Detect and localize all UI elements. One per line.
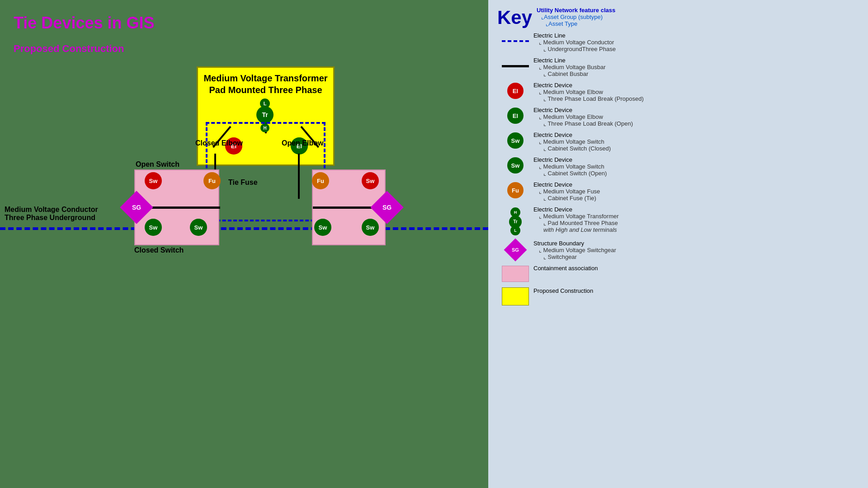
tie-fuse-label: Tie Fuse	[228, 178, 258, 187]
key-header: Key Utility Network feature class ⌞Asset…	[497, 7, 859, 28]
key-icon-fu: Fu	[497, 181, 533, 199]
key-row-el-open: El Electric Device ⌞ Medium Voltage Elbo…	[497, 107, 859, 127]
key-icon-transformer: H Tr L	[497, 206, 533, 235]
tr-circle: Tr	[256, 106, 274, 123]
key-text-electric-line-solid: Electric Line ⌞ Medium Voltage Busbar ⌞ …	[533, 57, 859, 77]
key-row-el-proposed: El Electric Device ⌞ Medium Voltage Elbo…	[497, 82, 859, 102]
sw-right-bottomleft: Sw	[314, 219, 331, 236]
key-text-fu: Electric Device ⌞ Medium Voltage Fuse ⌞ …	[533, 181, 859, 202]
dashed-line	[0, 227, 488, 230]
key-text-el-open: Electric Device ⌞ Medium Voltage Elbow ⌞…	[533, 107, 859, 127]
el-open-circle: El	[507, 108, 524, 124]
key-icon-containment	[497, 265, 533, 283]
key-icon-el-proposed: El	[497, 82, 533, 100]
el-proposed-circle: El	[507, 83, 524, 99]
key-icon-el-open: El	[497, 107, 533, 125]
left-fu-circle: Fu	[203, 172, 221, 189]
key-header-sub2: ⌞Asset Type	[537, 20, 615, 27]
key-text-containment: Containment association	[533, 265, 859, 272]
key-area: Key Utility Network feature class ⌞Asset…	[488, 0, 868, 488]
sw-open-circle: Sw	[507, 157, 524, 174]
sw-closed-circle: Sw	[507, 132, 524, 149]
right-fu-circle: Fu	[312, 172, 329, 189]
key-icon-proposed	[497, 287, 533, 305]
open-switch-label: Open Switch	[136, 160, 179, 169]
key-text-sg: Structure Boundary ⌞ Medium Voltage Swit…	[533, 240, 859, 260]
key-row-sw-open: Sw Electric Device ⌞ Medium Voltage Swit…	[497, 156, 859, 177]
key-text-sw-open: Electric Device ⌞ Medium Voltage Switch …	[533, 156, 859, 177]
right-diamond-text: SG	[382, 204, 392, 211]
yellow-box-icon	[502, 287, 529, 305]
key-icon-dashed	[497, 32, 533, 50]
transformer-box: Medium Voltage TransformerPad Mounted Th…	[197, 66, 335, 166]
solid-line-icon	[502, 65, 529, 67]
sw-bottomleft: Sw	[145, 219, 162, 236]
underground-label: Medium Voltage Conductor Three Phase Und…	[5, 206, 98, 222]
h-circle: H	[260, 123, 269, 132]
key-text-sw-closed: Electric Device ⌞ Medium Voltage Switch …	[533, 131, 859, 152]
sw-right-bottomright: Sw	[362, 219, 379, 236]
sg-diamond-text: SG	[512, 247, 519, 253]
key-title: Key	[497, 7, 532, 28]
sg-diamond-wrapper: SG	[505, 240, 525, 260]
closed-elbow-label: Closed Elbow	[195, 139, 243, 147]
key-header-main: Utility Network feature class	[537, 7, 615, 14]
fu-circle: Fu	[507, 182, 524, 198]
key-row-electric-line-solid: Electric Line ⌞ Medium Voltage Busbar ⌞ …	[497, 57, 859, 77]
key-row-transformer: H Tr L Electric Device ⌞ Medium Voltage …	[497, 206, 859, 235]
key-row-sw-closed: Sw Electric Device ⌞ Medium Voltage Swit…	[497, 131, 859, 152]
key-row-containment: Containment association	[497, 265, 859, 283]
key-header-text: Utility Network feature class ⌞Asset Gro…	[537, 7, 615, 27]
kt-tr-circle: Tr	[509, 216, 522, 228]
pink-box-icon	[502, 266, 529, 282]
key-row-proposed: Proposed Construction	[497, 287, 859, 305]
transformer-label: Medium Voltage TransformerPad Mounted Th…	[198, 68, 333, 96]
sw-right-topleft: Sw	[362, 172, 379, 189]
left-diamond-text: SG	[132, 204, 141, 211]
key-text-el-proposed: Electric Device ⌞ Medium Voltage Elbow ⌞…	[533, 82, 859, 102]
key-row-sg: SG Structure Boundary ⌞ Medium Voltage S…	[497, 240, 859, 260]
key-text-transformer: Electric Device ⌞ Medium Voltage Transfo…	[533, 206, 859, 233]
sw-bottomright-left: Sw	[190, 219, 207, 236]
main-title: Tie Devices in GIS	[14, 14, 154, 33]
transformer-stack-icon: H Tr L	[507, 207, 524, 235]
kt-h-circle: H	[510, 207, 520, 217]
underground-line	[0, 227, 488, 230]
key-row-electric-line-dashed: Electric Line ⌞ Medium Voltage Conductor…	[497, 32, 859, 52]
key-header-sub1: ⌞Asset Group (subtype)	[537, 14, 615, 20]
key-text-proposed: Proposed Construction	[533, 287, 859, 294]
key-icon-sw-open: Sw	[497, 156, 533, 174]
key-text-electric-line-dashed: Electric Line ⌞ Medium Voltage Conductor…	[533, 32, 859, 52]
closed-switch-label: Closed Switch	[134, 246, 184, 254]
sub-title: Proposed Construction	[14, 43, 124, 55]
open-elbow-label: Open Elbow	[282, 139, 323, 147]
diagram-area: Tie Devices in GIS Proposed Construction…	[0, 0, 488, 488]
sg-diamond-icon: SG	[504, 239, 527, 262]
right-vertical-line	[298, 154, 300, 199]
key-icon-sg: SG	[497, 240, 533, 260]
key-icon-solid	[497, 57, 533, 75]
key-icon-sw-closed: Sw	[497, 131, 533, 150]
sw-topleft: Sw	[145, 172, 162, 189]
dashed-line-icon	[502, 40, 529, 42]
key-row-fu: Fu Electric Device ⌞ Medium Voltage Fuse…	[497, 181, 859, 202]
